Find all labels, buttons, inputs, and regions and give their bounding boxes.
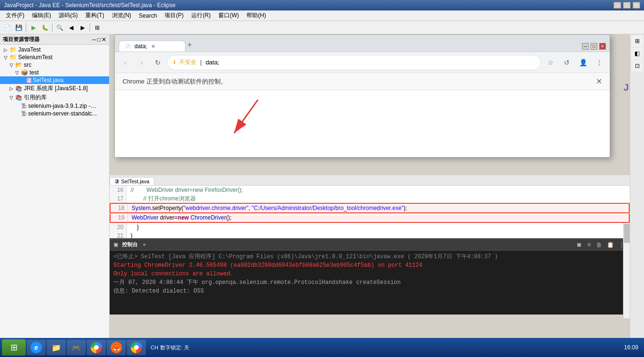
tree-item-selenium-server[interactable]: 🗜 selenium-server-standalc... <box>0 110 109 117</box>
menu-search[interactable]: Search <box>135 11 161 20</box>
menu-navigate[interactable]: 浏览(N) <box>108 10 135 21</box>
toolbar-new[interactable]: 📄 <box>2 22 12 33</box>
scrollbar-thumb[interactable] <box>624 224 630 243</box>
toolbar-back[interactable]: ◀ <box>66 22 76 33</box>
src-icon: 📂 <box>15 62 22 68</box>
notification-text: Chrome 正受到自动测试软件的控制。 <box>123 77 227 86</box>
rt-btn-3[interactable]: ⊡ <box>632 60 643 72</box>
tree-item-javatest[interactable]: ▷ 📁 JavaTest <box>0 46 109 53</box>
console-stop-btn[interactable]: ⏹ <box>575 241 583 249</box>
console-clear-btn[interactable]: 🗑 <box>595 241 603 249</box>
tree-item-jre[interactable]: ▷ 📚 JRE 系统库 [JavaSE-1.8] <box>0 84 109 93</box>
chrome-min-btn[interactable]: ─ <box>582 43 589 50</box>
tree-item-seltest[interactable]: J SelTest.java <box>0 76 109 84</box>
code-line-16: 16 // WebDriver driver=new FirefoxDriver… <box>110 186 630 194</box>
tree-label-selenium-java: selenium-java-3.9.1.zip -… <box>28 103 96 109</box>
console-line-1: Starting ChromeDriver 2.40.565498 (ea082… <box>113 261 626 270</box>
bookmark-button[interactable]: ☆ <box>544 56 557 69</box>
panel-icon-close[interactable]: ✕ <box>102 36 106 43</box>
tree-label-jre: JRE 系统库 [JavaSE-1.8] <box>24 84 88 93</box>
vertical-scrollbar[interactable] <box>623 223 630 318</box>
refs-icon: 📚 <box>15 94 22 101</box>
taskbar-ie[interactable]: e <box>27 340 46 355</box>
taskbar-firefox[interactable]: 🦊 <box>107 340 126 355</box>
right-toolbar: ⊞ ◧ ⊡ <box>630 34 644 346</box>
tree-item-seleniumtest[interactable]: ▽ 📁 SeleniumTest <box>0 53 109 61</box>
menu-run[interactable]: 运行(R) <box>187 10 215 21</box>
title-bar: JavaProject - Java EE - SeleniumTest/src… <box>0 0 644 10</box>
tab-close-button[interactable]: ✕ <box>151 43 155 50</box>
chrome-close-win-btn[interactable]: ✕ <box>599 43 606 50</box>
toolbar-save[interactable]: 💾 <box>13 22 24 33</box>
chrome-tab-data[interactable]: 📄 data; ✕ <box>119 41 185 52</box>
tree-item-selenium-java[interactable]: 🗜 selenium-java-3.9.1.zip -… <box>0 102 109 110</box>
editor-tab-seltest[interactable]: J SelTest.java <box>110 177 154 185</box>
console-icon-terminal: ▣ <box>113 242 118 248</box>
code-line-18: 18 System.setProperty("webdriver.chrome.… <box>110 203 630 213</box>
menu-bar: 文件(F) 编辑(E) 源码(S) 重构(T) 浏览(N) Search 项目(… <box>0 10 644 21</box>
jre-icon: 📚 <box>15 85 22 92</box>
menu-refactor[interactable]: 重构(T) <box>82 10 108 21</box>
menu-edit[interactable]: 编辑(E) <box>28 10 55 21</box>
menu-window[interactable]: 窗口(W) <box>215 10 243 21</box>
taskbar-chrome2[interactable] <box>127 340 146 355</box>
address-bar[interactable]: ℹ 不安全 | data; <box>167 55 541 70</box>
panel-icon-min[interactable]: ─ <box>92 36 96 43</box>
toolbar-search[interactable]: 🔍 <box>54 22 65 33</box>
panel-header: 项目资源管理器 ─ □ ✕ <box>0 34 109 45</box>
project-icon-seleniumtest: 📁 <box>10 54 17 61</box>
back-button[interactable]: ‹ <box>119 56 132 69</box>
toolbar-perspective[interactable]: ⊞ <box>92 22 102 33</box>
taskbar-game[interactable]: 🎮 <box>67 340 86 355</box>
console-copy-btn[interactable]: 📋 <box>605 241 615 249</box>
tab-title: data; <box>134 43 147 50</box>
tree-item-test[interactable]: ▽ 📦 test <box>0 69 109 76</box>
maximize-button[interactable]: □ <box>623 2 631 9</box>
code-area: 16 // WebDriver driver=new FirefoxDriver… <box>110 186 630 238</box>
close-button[interactable]: ✕ <box>633 2 640 9</box>
project-explorer: 项目资源管理器 ─ □ ✕ ▷ 📁 JavaTest ▽ <box>0 34 110 346</box>
rt-btn-1[interactable]: ⊞ <box>632 35 643 47</box>
java-icon-seltest: J <box>27 78 31 83</box>
notification-close-button[interactable]: ✕ <box>596 77 602 86</box>
chrome-tab-bar: 📄 data; ✕ + ─ □ ✕ <box>115 35 610 52</box>
toolbar: 📄 💾 ▶ 🐛 🔍 ◀ ▶ ⊞ <box>0 21 644 34</box>
forward-button[interactable]: › <box>135 56 148 69</box>
taskbar-chrome1[interactable] <box>87 340 106 355</box>
menu-project[interactable]: 项目(P) <box>161 10 187 21</box>
taskbar-clock: 16:09 <box>620 344 642 351</box>
tree-item-refs[interactable]: ▽ 📚 引用的库 <box>0 93 109 102</box>
profile-button[interactable]: 👤 <box>576 56 590 69</box>
panel-icon-max[interactable]: □ <box>97 36 101 43</box>
console-terminate-btn[interactable]: ✕ <box>585 241 593 249</box>
console-status-prefix: <已终止> <box>113 253 137 260</box>
new-tab-button[interactable]: + <box>187 41 192 49</box>
red-arrow-annotation <box>210 90 306 157</box>
lock-icon: ℹ <box>174 59 175 65</box>
tree-label-seltest: SelTest.java <box>33 77 64 84</box>
menu-source[interactable]: 源码(S) <box>55 10 82 21</box>
menu-button[interactable]: ⋮ <box>593 56 606 69</box>
line-num-20: 20 <box>110 223 127 231</box>
tree-label-src: src <box>24 62 31 68</box>
code-line-19: 19 WebDriver driver=new ChromeDriver(); <box>110 213 630 223</box>
minimize-button[interactable]: ─ <box>613 2 621 9</box>
svg-line-1 <box>234 100 258 133</box>
chrome-icon-2 <box>131 342 142 353</box>
start-button[interactable]: ⊞ <box>2 339 26 356</box>
history-button[interactable]: ↺ <box>560 56 573 69</box>
tree-item-src[interactable]: ▽ 📂 src <box>0 61 109 69</box>
menu-file[interactable]: 文件(F) <box>2 10 28 21</box>
chrome-max-btn[interactable]: □ <box>591 43 597 50</box>
rt-btn-2[interactable]: ◧ <box>632 48 643 59</box>
toolbar-debug[interactable]: 🐛 <box>40 22 50 33</box>
code-line-21: 21 } <box>110 231 630 238</box>
refresh-button[interactable]: ↻ <box>151 56 164 69</box>
code-text-20: } <box>127 223 139 231</box>
menu-help[interactable]: 帮助(H) <box>243 10 270 21</box>
toolbar-forward[interactable]: ▶ <box>77 22 88 33</box>
test-icon: 📦 <box>21 69 28 76</box>
toolbar-run[interactable]: ▶ <box>28 22 39 33</box>
console-panel: ▣ 控制台 ✕ ⏹ ✕ 🗑 📋 ⋮ <已终止> <box>110 238 630 315</box>
taskbar-explorer[interactable]: 📁 <box>47 340 66 355</box>
